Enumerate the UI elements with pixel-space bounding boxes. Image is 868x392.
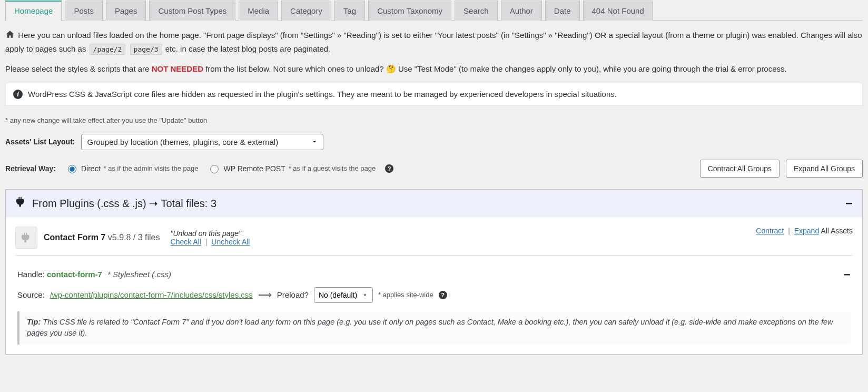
intro-text-1b: etc. in case the latest blog posts are p… [165,44,331,53]
contract-link[interactable]: Contract [756,227,784,235]
section-title: From Plugins (.css & .js) ➝ Total files:… [32,197,216,210]
contract-all-button[interactable]: Contract All Groups [700,160,780,178]
tab-404[interactable]: 404 Not Found [583,1,653,21]
plugin-title: Contact Form 7 v5.9.8 / 3 files [44,233,160,242]
applies-text: * applies site-wide [378,291,433,299]
section-collapse-icon[interactable]: − [845,196,853,211]
unload-quote: "Unload on this page" [171,229,250,238]
info-box: i WordPress CSS & JavaScript core files … [5,83,863,106]
preload-help-icon[interactable]: ? [439,291,447,299]
handle-row: Handle: contact-form-7 * Stylesheet (.cs… [15,263,853,285]
source-label: Source: [17,290,45,299]
source-path-link[interactable]: /wp-content/plugins/contact-form-7/inclu… [50,290,253,299]
preload-select[interactable]: No (default) [314,287,373,303]
retrieval-remote-label: WP Remote POST [223,164,285,173]
home-icon [5,30,15,43]
intro-paragraph-1: Here you can unload files loaded on the … [5,29,863,55]
sep-2: | [788,227,790,235]
retrieval-direct-radio[interactable] [68,165,76,173]
plug-icon [15,196,27,210]
tab-search[interactable]: Search [455,1,498,21]
retrieval-direct[interactable]: Direct * as if the admin visits the page [65,163,199,173]
not-needed-label: NOT NEEDED [152,64,203,73]
tab-homepage[interactable]: Homepage [5,1,62,21]
source-row: Source: /wp-content/plugins/contact-form… [15,285,853,308]
tabs-bar: Homepage Posts Pages Custom Post Types M… [5,0,863,21]
uncheck-all-link[interactable]: Uncheck All [211,238,250,246]
retrieval-remote-radio[interactable] [210,165,219,173]
plugin-version: v5.9.8 / 3 files [108,233,160,242]
arrow-icon: ⟶ [258,289,272,301]
plugin-block: Contact Form 7 v5.9.8 / 3 files "Unload … [6,217,862,355]
plugin-name: Contact Form 7 [44,233,105,242]
handle-label: Handle: [17,270,45,279]
handle-type: * Stylesheet (.css) [107,270,171,279]
code-page3: page/3 [130,44,162,55]
plugin-icon [15,227,37,249]
section-from-plugins: From Plugins (.css & .js) ➝ Total files:… [5,189,863,355]
preload-label: Preload? [277,290,309,299]
expand-link[interactable]: Expand [794,227,819,235]
retrieval-direct-hint: * as if the admin visits the page [104,164,199,172]
tab-category[interactable]: Category [281,1,331,21]
thinking-emoji: 🤔 [386,63,396,75]
tab-tag[interactable]: Tag [334,1,365,21]
sep: | [205,238,208,246]
tip-text: This CSS file is related to "Contact For… [27,318,833,338]
handle-name: contact-form-7 [47,270,102,279]
layout-select[interactable]: Grouped by location (themes, plugins, co… [81,134,323,150]
intro-text-2b: from the list below. Not sure which ones… [205,64,384,73]
tab-cpt[interactable]: Custom Post Types [149,1,235,21]
intro-text-2a: Please select the styles & scripts that … [5,64,149,73]
tip-label: Tip: [27,318,41,326]
intro-text-2c: Use "Test Mode" (to make the changes app… [398,64,787,73]
tab-author[interactable]: Author [501,1,542,21]
tab-media[interactable]: Media [239,1,278,21]
plugin-meta: "Unload on this page" Check All | Unchec… [171,229,250,246]
section-header[interactable]: From Plugins (.css & .js) ➝ Total files:… [6,190,862,217]
retrieval-remote[interactable]: WP Remote POST * as if a guest visits th… [208,163,376,173]
retrieval-direct-label: Direct [81,164,101,173]
retrieval-row: Retrieval Way: Direct * as if the admin … [5,160,863,178]
plugin-head: Contact Form 7 v5.9.8 / 3 files "Unload … [15,227,853,256]
layout-row: Assets' List Layout: Grouped by location… [5,134,863,150]
plugin-head-right: Contract | Expand All Assets [756,227,853,235]
expand-all-button[interactable]: Expand All Groups [786,160,863,178]
tab-posts[interactable]: Posts [65,1,103,21]
info-icon: i [13,90,23,99]
check-all-link[interactable]: Check All [171,238,201,246]
tab-pages[interactable]: Pages [106,1,146,21]
code-page2: /page/2 [90,44,126,55]
all-assets-text: All Assets [821,227,853,235]
tip-box: Tip: This CSS file is related to "Contac… [17,311,851,345]
handle-collapse-icon[interactable]: − [843,267,851,282]
info-box-text: WordPress CSS & JavaScript core files ar… [28,90,617,99]
layout-label: Assets' List Layout: [5,138,75,146]
retrieval-remote-hint: * as if a guest visits the page [289,164,376,172]
intro-paragraph-2: Please select the styles & scripts that … [5,63,863,75]
retrieval-label: Retrieval Way: [5,164,56,173]
help-icon[interactable]: ? [385,164,393,173]
update-note: * any new change will take effect after … [5,116,863,124]
tab-date[interactable]: Date [545,1,580,21]
tab-custom-taxonomy[interactable]: Custom Taxonomy [368,1,451,21]
